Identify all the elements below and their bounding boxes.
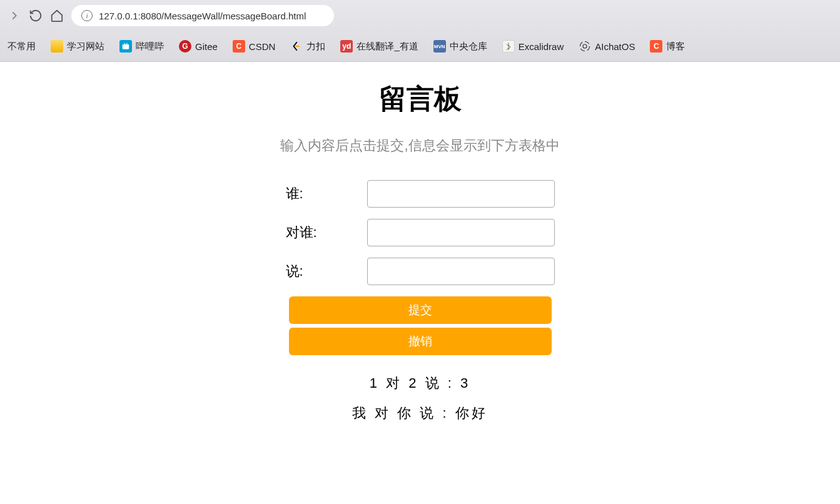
bookmark-label: 学习网站 — [67, 41, 104, 53]
bookmark-csdn[interactable]: C CSDN — [228, 38, 281, 55]
bookmark-label: AIchatOS — [595, 41, 635, 52]
reload-icon[interactable] — [29, 9, 43, 23]
message-item: 我 对 你 说 : 你好 — [226, 404, 614, 423]
bookmark-label: CSDN — [249, 41, 276, 52]
message-item: 1 对 2 说 : 3 — [226, 374, 614, 393]
form-row-towho: 对谁: — [226, 219, 614, 246]
page-content: 留言板 输入内容后点击提交,信息会显示到下方表格中 谁: 对谁: 说: 提交 撤… — [0, 62, 840, 423]
bilibili-icon — [119, 40, 132, 53]
bookmark-label: Gitee — [195, 41, 218, 52]
say-label: 说: — [286, 262, 323, 281]
bookmark-excalidraw[interactable]: Excalidraw — [497, 38, 569, 55]
towho-label: 对谁: — [286, 223, 323, 242]
youdao-icon: yd — [340, 40, 353, 53]
container: 留言板 输入内容后点击提交,信息会显示到下方表格中 谁: 对谁: 说: 提交 撤… — [226, 81, 614, 423]
page-title: 留言板 — [226, 81, 614, 118]
excalidraw-icon — [502, 40, 515, 53]
bookmark-blog[interactable]: C 博客 — [645, 38, 690, 55]
browser-chrome: i 127.0.0.1:8080/MessageWall/messageBoar… — [0, 0, 840, 62]
bookmarks-bar: 不常用 学习网站 哔哩哔 G Gitee C CSDN 力扣 yd — [0, 31, 840, 61]
bookmark-gitee[interactable]: G Gitee — [174, 38, 223, 55]
towho-input[interactable] — [367, 219, 555, 246]
bookmark-label: 不常用 — [8, 41, 36, 53]
bookmark-uncommon[interactable]: 不常用 — [3, 38, 41, 55]
bookmark-youdao[interactable]: yd 在线翻译_有道 — [335, 38, 423, 55]
address-bar[interactable]: i 127.0.0.1:8080/MessageWall/messageBoar… — [71, 5, 334, 26]
forward-icon[interactable] — [8, 9, 21, 23]
svg-point-3 — [583, 44, 587, 48]
bookmark-bilibili[interactable]: 哔哩哔 — [114, 38, 169, 55]
folder-icon — [51, 40, 63, 53]
messages-list: 1 对 2 说 : 3 我 对 你 说 : 你好 — [226, 374, 614, 423]
bookmark-leetcode[interactable]: 力扣 — [285, 38, 330, 55]
info-icon: i — [81, 10, 93, 21]
nav-bar: i 127.0.0.1:8080/MessageWall/messageBoar… — [0, 0, 840, 31]
leetcode-icon — [290, 40, 303, 53]
subtitle: 输入内容后点击提交,信息会显示到下方表格中 — [226, 136, 614, 155]
svg-line-1 — [124, 43, 125, 44]
form-row-who: 谁: — [226, 180, 614, 208]
bookmark-label: 在线翻译_有道 — [357, 41, 418, 53]
aichatos-icon — [579, 40, 591, 53]
gitee-icon: G — [179, 40, 191, 53]
bookmark-aichatos[interactable]: AIchatOS — [574, 38, 640, 55]
bookmark-label: Excalidraw — [519, 41, 564, 52]
say-input[interactable] — [367, 258, 555, 285]
csdn-icon: C — [233, 40, 245, 53]
bookmark-label: 力扣 — [306, 41, 325, 53]
url-text: 127.0.0.1:8080/MessageWall/messageBoard.… — [99, 11, 306, 21]
home-icon[interactable] — [50, 9, 64, 23]
blog-icon: C — [650, 40, 662, 53]
bookmark-label: 博客 — [666, 41, 685, 53]
who-label: 谁: — [286, 184, 323, 203]
bookmark-label: 哔哩哔 — [136, 41, 164, 53]
svg-line-2 — [126, 43, 127, 44]
undo-button[interactable]: 撤销 — [289, 328, 552, 355]
submit-button[interactable]: 提交 — [289, 296, 552, 324]
bookmark-label: 中央仓库 — [450, 41, 487, 53]
who-input[interactable] — [367, 180, 555, 208]
svg-rect-0 — [123, 44, 129, 49]
bookmark-maven[interactable]: MVN 中央仓库 — [428, 38, 492, 55]
form-row-say: 说: — [226, 258, 614, 285]
bookmark-study[interactable]: 学习网站 — [46, 38, 109, 55]
maven-icon: MVN — [433, 40, 446, 53]
